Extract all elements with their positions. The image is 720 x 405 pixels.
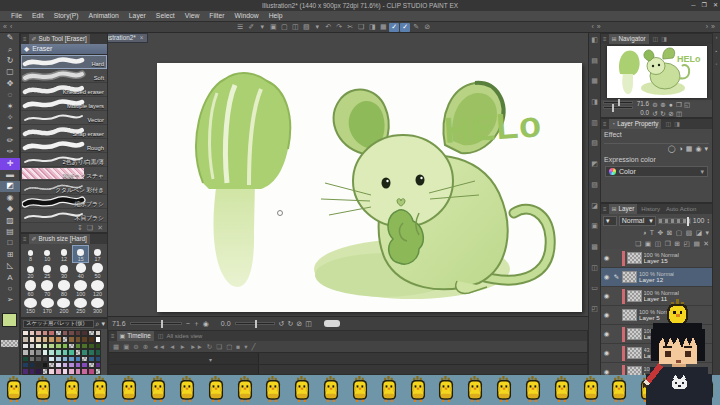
layer-tool-icon[interactable]: ▢: [676, 229, 682, 236]
collapsed-palette-icon[interactable]: ▨: [591, 181, 598, 189]
navigator-dim-tab-icon[interactable]: ◨: [661, 36, 667, 43]
chevron-down-icon[interactable]: ▾: [209, 357, 212, 364]
brush-size-120[interactable]: 120: [89, 280, 106, 298]
maximize-button[interactable]: ❐: [702, 2, 707, 9]
blend-tool[interactable]: ◉: [0, 192, 20, 203]
collapsed-palette-icon[interactable]: ◧: [591, 36, 598, 44]
menu-help[interactable]: Help: [264, 12, 288, 19]
opacity-stepper[interactable]: ↕: [707, 217, 711, 225]
move-tool[interactable]: ✥: [0, 79, 20, 90]
menu-animation[interactable]: Animation: [84, 12, 124, 19]
layer-tool-icon[interactable]: ✕: [703, 240, 709, 247]
effect-icon[interactable]: ◉: [695, 145, 701, 153]
menu-view[interactable]: View: [180, 12, 205, 19]
auto-action-tab[interactable]: Auto Action: [664, 206, 698, 213]
operation-tool[interactable]: ▢: [0, 67, 20, 78]
timeline-icon[interactable]: ►►: [190, 343, 203, 350]
dock-arrow-icon[interactable]: »: [711, 23, 715, 31]
brush-size-15[interactable]: 15: [72, 245, 89, 263]
timeline-icon[interactable]: ⊕: [143, 343, 148, 350]
command-icon-0[interactable]: ☰: [235, 23, 245, 32]
subtool-item-8[interactable]: 和紙テクスチャ: [21, 167, 107, 181]
panel-menu-icon[interactable]: ≡: [23, 36, 27, 43]
ruler-tool[interactable]: ⊞: [0, 249, 20, 260]
menu-storyp[interactable]: Story(P): [49, 12, 84, 19]
layer-property-dim-tabs[interactable]: ◫◨: [663, 121, 681, 128]
timeline-icon[interactable]: ╱: [251, 343, 255, 350]
layer-thumbnail[interactable]: [627, 347, 642, 359]
eye-icon[interactable]: ◉: [602, 330, 611, 337]
timeline-icon[interactable]: ◄◄: [152, 343, 165, 350]
history-tab[interactable]: History: [639, 206, 662, 213]
collapsed-palette-icon[interactable]: ◫: [591, 264, 598, 272]
color-swatch-80[interactable]: [75, 368, 82, 374]
navigator-zoom-icon[interactable]: ⊕: [659, 101, 667, 108]
dock-arrow-icon[interactable]: ‹: [592, 23, 594, 31]
collapsed-palette-icon[interactable]: ▥: [591, 119, 598, 127]
collapsed-palette-icon[interactable]: ◨: [591, 98, 598, 106]
command-icon-12[interactable]: ◨: [367, 23, 377, 32]
brush-size-150[interactable]: 150: [22, 298, 39, 316]
layer-thumbnail[interactable]: [627, 252, 642, 264]
title-bar[interactable]: Illustration2* (1440 x 900px 72dpi 71.6%…: [0, 0, 720, 11]
frame-tool[interactable]: □: [0, 238, 20, 249]
brush-size-300[interactable]: 300: [89, 298, 106, 316]
dock-arrow-icon[interactable]: «: [3, 23, 7, 31]
command-icon-15[interactable]: ✓: [400, 23, 410, 32]
dock-icon[interactable]: ▫: [716, 62, 718, 68]
brush-size-50[interactable]: 50: [89, 263, 106, 281]
palette-color-combo[interactable]: ▾: [603, 216, 617, 226]
timeline-icon[interactable]: ▦: [113, 343, 119, 350]
menu-window[interactable]: Window: [229, 12, 263, 19]
pen-tool[interactable]: ✎: [0, 33, 20, 44]
close-icon[interactable]: ×: [140, 35, 144, 42]
navigator-rotate-icon[interactable]: ↻: [659, 110, 667, 117]
brush-size-tab[interactable]: ✐ Brush size [Hard]: [29, 234, 90, 244]
pen2-tool[interactable]: ✒: [0, 124, 20, 135]
eye-icon[interactable]: ◉: [602, 254, 611, 261]
navigator-sliders[interactable]: [603, 101, 633, 109]
search-icon[interactable]: ⌕: [96, 320, 100, 328]
opacity-slider[interactable]: [658, 218, 691, 224]
layer-tool-icon[interactable]: ❏: [635, 240, 641, 247]
effect-icon[interactable]: ▾: [704, 145, 708, 153]
auto-select-tool[interactable]: ✶: [0, 101, 20, 112]
gradient-tool[interactable]: ▨: [0, 215, 20, 226]
timeline-icon[interactable]: ▢: [226, 343, 232, 350]
subtool-item-4[interactable]: Vector: [21, 111, 107, 125]
layer-tool-icon[interactable]: ▣: [645, 240, 651, 247]
command-icon-4[interactable]: ▢: [279, 23, 289, 32]
command-icon-7[interactable]: ▾: [312, 23, 322, 32]
dock-arrow-icon[interactable]: »: [597, 23, 601, 31]
navigator-dim-tabs[interactable]: ◫◨: [651, 36, 669, 43]
brush-size-12[interactable]: 12: [56, 245, 73, 263]
layer-thumbnail[interactable]: [622, 271, 637, 283]
subtool-item-0[interactable]: Hard: [21, 55, 107, 69]
brush-size-200[interactable]: 200: [56, 298, 73, 316]
dock-icon[interactable]: ‹: [716, 35, 718, 41]
dock-icon[interactable]: ▪: [716, 49, 718, 55]
navigator-zoom-icon[interactable]: ❐: [675, 101, 683, 108]
brush-size-60[interactable]: 60: [22, 280, 39, 298]
timeline-icon[interactable]: ►: [180, 343, 186, 350]
color-swatch-79[interactable]: [68, 368, 75, 374]
document-tab[interactable]: Illustration2* ×: [108, 33, 148, 43]
timeline-icon[interactable]: ◄: [169, 343, 175, 350]
rotate-canvas-tool[interactable]: ↻: [0, 56, 20, 67]
status-pill[interactable]: [324, 320, 340, 327]
text-tool[interactable]: A: [0, 272, 20, 283]
panel-menu-icon[interactable]: ≡: [111, 333, 115, 340]
dock-arrows-mid[interactable]: ‹»: [592, 23, 601, 31]
layer-property-dim-tab-icon[interactable]: ◨: [674, 121, 680, 128]
collapsed-palette-icon[interactable]: ▦: [591, 77, 598, 85]
layer-tool-icon[interactable]: ▧: [686, 229, 692, 236]
layer-tool-icon[interactable]: ◑: [642, 229, 646, 236]
command-icon-9[interactable]: ↷: [334, 23, 344, 32]
fill-tool[interactable]: ◆: [0, 204, 20, 215]
brush-size-100[interactable]: 100: [72, 280, 89, 298]
rotate-button[interactable]: ↺: [279, 320, 285, 328]
dock-arrows-left[interactable]: «‹: [3, 23, 12, 31]
subtool-item-6[interactable]: Rough: [21, 139, 107, 153]
collapsed-palette-icon[interactable]: ◰: [591, 305, 598, 313]
menu-file[interactable]: File: [6, 12, 27, 19]
